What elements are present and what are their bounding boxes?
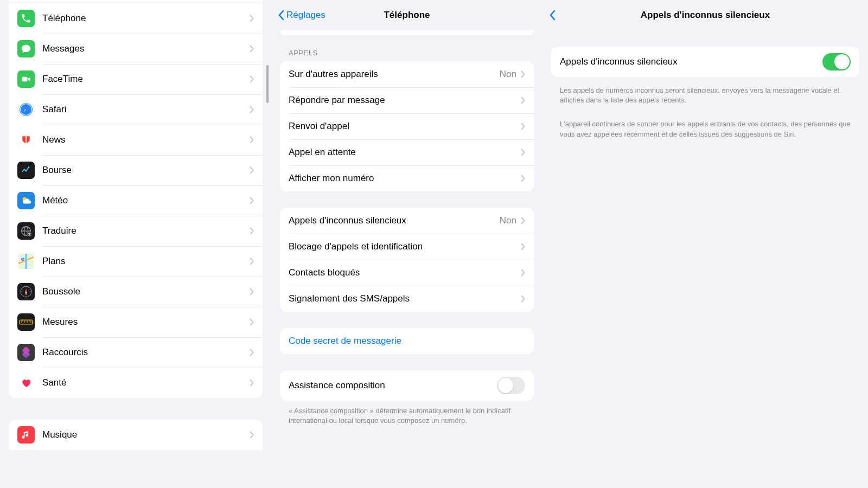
safari-icon xyxy=(17,101,35,118)
voicemail-password-label: Code secret de messagerie xyxy=(289,336,525,346)
phone-icon xyxy=(17,10,35,27)
settings-row-compass[interactable]: Boussole xyxy=(9,277,263,307)
chevron-right-icon xyxy=(521,70,525,78)
chevron-right-icon xyxy=(521,149,525,156)
dial-assist-footer: « Assistance composition » détermine aut… xyxy=(271,403,542,436)
row-label: Sur d'autres appareils xyxy=(289,69,500,80)
settings-row-health[interactable]: Santé xyxy=(9,368,263,398)
chevron-right-icon xyxy=(250,318,254,326)
svg-line-15 xyxy=(28,296,29,297)
chevron-right-icon xyxy=(250,15,254,22)
calls-group: Sur d'autres appareilsNonRépondre par me… xyxy=(280,61,534,191)
row-label: Afficher mon numéro xyxy=(289,173,521,184)
section-header-calls: APPELS xyxy=(271,36,542,61)
svg-rect-0 xyxy=(22,77,28,81)
row-label: Blocage d'appels et identification xyxy=(289,241,521,252)
message-icon xyxy=(17,40,35,57)
calls-row-1[interactable]: Répondre par message xyxy=(280,87,534,113)
page-title: Téléphone xyxy=(384,10,430,21)
settings-row-label: Bourse xyxy=(42,165,250,176)
row-label: Contacts bloqués xyxy=(289,267,521,278)
svg-line-17 xyxy=(23,296,24,297)
scrollbar[interactable] xyxy=(266,65,269,103)
silence-group: Appels d'inconnus silencieux xyxy=(551,47,859,77)
chevron-right-icon xyxy=(250,197,254,204)
facetime-icon xyxy=(17,70,35,88)
silence-unknown-panel: Appels d'inconnus silencieux Appels d'in… xyxy=(542,0,868,488)
svg-line-21 xyxy=(23,287,24,288)
maps-icon xyxy=(17,253,35,270)
calls-row-3[interactable]: Appel en attente xyxy=(280,139,534,165)
row-label: Répondre par message xyxy=(289,95,521,106)
back-button[interactable]: Réglages xyxy=(278,0,326,30)
calls-row-2[interactable]: Renvoi d'appel xyxy=(280,113,534,139)
svg-line-14 xyxy=(30,294,31,294)
silence-unknown-row[interactable]: Appels d'inconnus silencieux xyxy=(551,47,859,77)
music-icon xyxy=(17,426,35,444)
mgmt-row-3[interactable]: Signalement des SMS/appels xyxy=(280,286,534,312)
settings-row-label: Boussole xyxy=(42,286,250,297)
settings-row-facetime[interactable]: FaceTime xyxy=(9,64,263,94)
settings-row-label: Plans xyxy=(42,256,250,267)
row-label: Appels d'inconnus silencieux xyxy=(289,215,500,226)
settings-root-panel: TéléphoneMessagesFaceTimeSafariNewsBours… xyxy=(0,0,271,488)
settings-row-measure[interactable]: Mesures xyxy=(9,307,263,337)
stocks-icon xyxy=(17,162,35,179)
settings-row-label: Messages xyxy=(42,43,250,54)
svg-line-24 xyxy=(30,289,31,290)
settings-row-safari[interactable]: Safari xyxy=(9,94,263,125)
svg-line-18 xyxy=(21,294,22,294)
previous-group-tail xyxy=(280,30,534,36)
settings-row-weather[interactable]: Météo xyxy=(9,185,263,216)
settings-row-maps[interactable]: Plans xyxy=(9,246,263,277)
mgmt-row-2[interactable]: Contacts bloqués xyxy=(280,260,534,286)
silence-unknown-switch[interactable] xyxy=(822,53,851,70)
health-icon xyxy=(17,374,35,391)
back-button[interactable] xyxy=(549,0,558,30)
apps-group-2: Musique xyxy=(9,420,263,450)
navbar: Réglages Téléphone xyxy=(271,0,542,30)
chevron-right-icon xyxy=(250,45,254,53)
measure-icon xyxy=(17,313,35,331)
row-value: Non xyxy=(500,215,516,226)
chevron-right-icon xyxy=(250,166,254,174)
calls-row-4[interactable]: Afficher mon numéro xyxy=(280,165,534,191)
settings-row-label: Safari xyxy=(42,104,250,115)
settings-row-shortcuts[interactable]: Raccourcis xyxy=(9,337,263,368)
silence-footer-1: Les appels de numéros inconnus seront si… xyxy=(542,80,868,116)
silence-footer-2: L'appareil continuera de sonner pour les… xyxy=(542,116,868,150)
mgmt-row-0[interactable]: Appels d'inconnus silencieuxNon xyxy=(280,208,534,234)
dial-assist-switch[interactable] xyxy=(497,377,525,394)
calls-row-0[interactable]: Sur d'autres appareilsNon xyxy=(280,61,534,87)
settings-row-phone[interactable]: Téléphone xyxy=(9,3,263,34)
mgmt-row-1[interactable]: Blocage d'appels et identification xyxy=(280,234,534,260)
svg-line-20 xyxy=(21,289,22,290)
dial-assist-label: Assistance composition xyxy=(289,380,497,391)
settings-row-translate[interactable]: 文Traduire xyxy=(9,216,263,246)
dial-assist-group: Assistance composition xyxy=(280,370,534,401)
voicemail-password-row[interactable]: Code secret de messagerie xyxy=(280,328,534,354)
chevron-right-icon xyxy=(250,136,254,144)
phone-settings-panel: Réglages Téléphone APPELS Sur d'autres a… xyxy=(271,0,542,488)
settings-row-stocks[interactable]: Bourse xyxy=(9,155,263,185)
chevron-right-icon xyxy=(521,97,525,104)
settings-row-label: Raccourcis xyxy=(42,347,250,358)
dial-assist-row[interactable]: Assistance composition xyxy=(280,370,534,401)
chevron-right-icon xyxy=(250,379,254,387)
voicemail-group: Code secret de messagerie xyxy=(280,328,534,354)
settings-row-label: News xyxy=(42,134,250,145)
translate-icon: 文 xyxy=(17,222,35,240)
row-label: Appel en attente xyxy=(289,147,521,158)
chevron-right-icon xyxy=(250,106,254,113)
row-value: Non xyxy=(500,69,516,80)
settings-row-news[interactable]: News xyxy=(9,125,263,155)
settings-row-label: Traduire xyxy=(42,226,250,236)
chevron-right-icon xyxy=(250,75,254,83)
management-group: Appels d'inconnus silencieuxNonBlocage d… xyxy=(280,208,534,312)
back-label: Réglages xyxy=(286,10,326,21)
chevron-right-icon xyxy=(521,217,525,224)
settings-row-message[interactable]: Messages xyxy=(9,34,263,64)
settings-row-music[interactable]: Musique xyxy=(9,420,263,450)
chevron-right-icon xyxy=(521,243,525,251)
row-label: Signalement des SMS/appels xyxy=(289,293,521,304)
